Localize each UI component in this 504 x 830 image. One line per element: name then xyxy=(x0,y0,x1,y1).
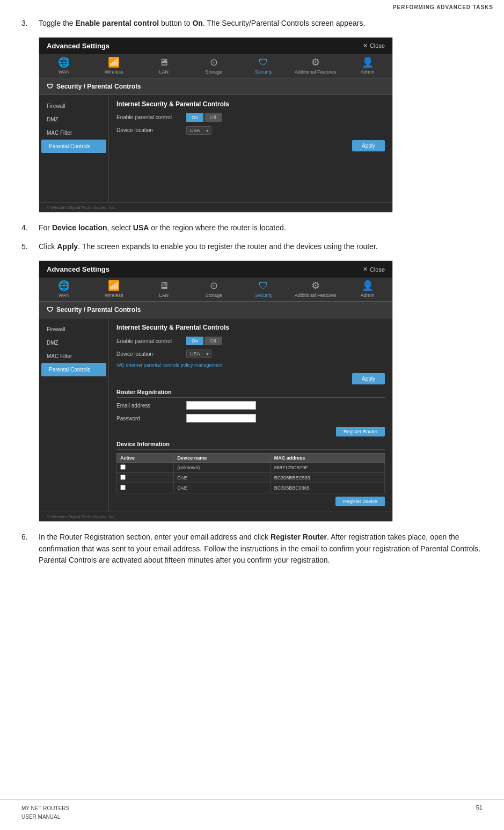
section-header-1: 🛡 Security / Parental Controls xyxy=(39,78,392,95)
wireless-icon-1: 📶 xyxy=(108,57,120,67)
toggle-group-1[interactable]: On Off xyxy=(186,113,222,122)
footer-line1: MY NET ROUTERS xyxy=(21,805,69,811)
adv-settings-2: Advanced Settings ✕ Close 🌐 WAN 📶 Wirele… xyxy=(39,261,392,521)
toggle-on-2[interactable]: On xyxy=(186,337,203,345)
left-nav-dmz-1[interactable]: DMZ xyxy=(39,113,108,126)
nav-admin-1[interactable]: 👤 Admin xyxy=(349,57,386,75)
parental-control-label-1: Enable parental control xyxy=(116,114,186,120)
table-row: (unknown) 8887179CB79F xyxy=(117,463,385,473)
col-header-active: Active xyxy=(117,454,174,463)
nav-lan-label-1: LAN xyxy=(159,69,169,75)
left-nav-parentalcontrols-1[interactable]: Parental Controls xyxy=(41,140,106,153)
nav-lan-label-2: LAN xyxy=(159,293,169,298)
left-nav-firewall-1[interactable]: Firewall xyxy=(39,99,108,113)
table-row: CAE BC305BBEC533 xyxy=(117,473,385,483)
nav-storage-label-2: Storage xyxy=(205,293,222,298)
nav-storage-1[interactable]: ⊙ Storage xyxy=(195,57,232,75)
screenshot-2: Advanced Settings ✕ Close 🌐 WAN 📶 Wirele… xyxy=(39,260,393,522)
nav-wan-1[interactable]: 🌐 WAN xyxy=(45,57,83,75)
step-text-6: In the Router Registration section, ente… xyxy=(39,532,483,566)
device-location-label-2: Device location xyxy=(116,351,186,357)
device-location-select-1[interactable]: USA xyxy=(186,126,211,135)
apply-row-1: Apply xyxy=(116,140,385,151)
row-name-1: (unknown) xyxy=(174,463,271,473)
step-num-6: 6. xyxy=(21,532,34,566)
nav-lan-2[interactable]: 🖥 LAN xyxy=(145,281,182,298)
wan-icon-1: 🌐 xyxy=(58,57,70,67)
device-checkbox-3[interactable] xyxy=(120,485,126,490)
page-content: 3. Toggle the Enable parental control bu… xyxy=(0,12,504,585)
row-active-2[interactable] xyxy=(117,473,174,483)
close-button-1[interactable]: ✕ Close xyxy=(363,42,385,49)
storage-icon-2: ⊙ xyxy=(210,281,218,290)
nav-additional-2[interactable]: ⚙ Additional Features xyxy=(295,281,337,298)
device-location-select-2[interactable]: USA xyxy=(186,350,211,358)
select-wrapper-2[interactable]: USA xyxy=(186,350,211,358)
close-button-2[interactable]: ✕ Close xyxy=(363,266,385,273)
left-nav-dmz-2[interactable]: DMZ xyxy=(39,336,108,350)
nav-additional-1[interactable]: ⚙ Additional Features xyxy=(295,57,337,75)
col-header-name: Device name xyxy=(174,454,271,463)
additional-icon-2: ⚙ xyxy=(311,281,320,290)
section-body-1: Firewall DMZ MAC Filter Parental Control… xyxy=(39,95,392,202)
toggle-on-1[interactable]: On xyxy=(186,113,203,122)
left-nav-1: Firewall DMZ MAC Filter Parental Control… xyxy=(39,95,109,202)
password-label: Password xyxy=(116,416,186,421)
device-table: Active Device name MAC address (unknown)… xyxy=(116,453,385,493)
select-wrapper-1[interactable]: USA xyxy=(186,126,211,135)
nav-admin-label-1: Admin xyxy=(361,69,375,75)
nav-wireless-2[interactable]: 📶 Wireless xyxy=(95,281,133,298)
device-checkbox-1[interactable] xyxy=(120,464,126,470)
apply-button-2[interactable]: Apply xyxy=(352,373,385,384)
table-row: CAE BC305BBC0365 xyxy=(117,483,385,493)
step-num-4: 4. xyxy=(21,222,34,234)
register-router-button[interactable]: Register Router xyxy=(336,427,385,436)
toggle-off-1[interactable]: Off xyxy=(204,113,222,122)
password-input[interactable] xyxy=(186,414,256,423)
register-device-button[interactable]: Register Device xyxy=(335,497,385,506)
lan-icon-1: 🖥 xyxy=(159,57,169,67)
nav-storage-2[interactable]: ⊙ Storage xyxy=(195,281,232,298)
toggle-group-2[interactable]: On Off xyxy=(186,337,222,345)
row-active-1[interactable] xyxy=(117,463,174,473)
nav-admin-2[interactable]: 👤 Admin xyxy=(349,281,386,298)
page-header: PERFORMING ADVANCED TASKS xyxy=(0,0,504,12)
field-row-parental-1: Enable parental control On Off xyxy=(116,113,385,122)
nav-wireless-label-1: Wireless xyxy=(105,69,123,75)
window-title-2: Advanced Settings xyxy=(47,265,109,273)
nav-wireless-1[interactable]: 📶 Wireless xyxy=(95,57,133,75)
device-checkbox-2[interactable] xyxy=(120,475,126,480)
wd-link[interactable]: WD Internet parental controls policy man… xyxy=(116,362,385,368)
email-label: Email address xyxy=(116,403,186,409)
nav-additional-label-1: Additional Features xyxy=(295,69,337,75)
row-active-3[interactable] xyxy=(117,483,174,493)
left-nav-firewall-2[interactable]: Firewall xyxy=(39,323,108,336)
nav-security-label-2: Security xyxy=(255,293,273,298)
nav-bar-2: 🌐 WAN 📶 Wireless 🖥 LAN ⊙ Storage 🛡 xyxy=(39,278,392,302)
security-icon-1: 🛡 xyxy=(259,57,268,67)
row-mac-3: BC305BBC0365 xyxy=(271,483,384,493)
email-input[interactable] xyxy=(186,401,256,410)
step-num-3: 3. xyxy=(21,18,34,30)
nav-security-1[interactable]: 🛡 Security xyxy=(245,57,282,75)
section-title-1: Security / Parental Controls xyxy=(56,83,141,90)
nav-wan-2[interactable]: 🌐 WAN xyxy=(45,281,83,298)
nav-lan-1[interactable]: 🖥 LAN xyxy=(145,57,182,75)
left-nav-macfilter-2[interactable]: MAC Filter xyxy=(39,350,108,363)
footer-2: © Western Digital Technologies, Inc. xyxy=(39,512,392,521)
admin-icon-2: 👤 xyxy=(362,281,374,290)
main-content-1: Internet Security & Parental Controls En… xyxy=(109,95,392,202)
footer-left: MY NET ROUTERS USER MANUAL xyxy=(21,804,69,821)
nav-security-2[interactable]: 🛡 Security xyxy=(245,281,282,298)
field-row-location-2: Device location USA xyxy=(116,350,385,358)
row-name-2: CAE xyxy=(174,473,271,483)
admin-icon-1: 👤 xyxy=(362,57,374,67)
field-row-parental-2: Enable parental control On Off xyxy=(116,337,385,345)
section-header-2: 🛡 Security / Parental Controls xyxy=(39,302,392,318)
parental-control-label-2: Enable parental control xyxy=(116,338,186,344)
left-nav-macfilter-1[interactable]: MAC Filter xyxy=(39,126,108,140)
toggle-off-2[interactable]: Off xyxy=(204,337,222,345)
register-router-row: Register Router xyxy=(116,427,385,436)
left-nav-parentalcontrols-2[interactable]: Parental Controls xyxy=(41,363,106,376)
apply-button-1[interactable]: Apply xyxy=(352,140,385,151)
